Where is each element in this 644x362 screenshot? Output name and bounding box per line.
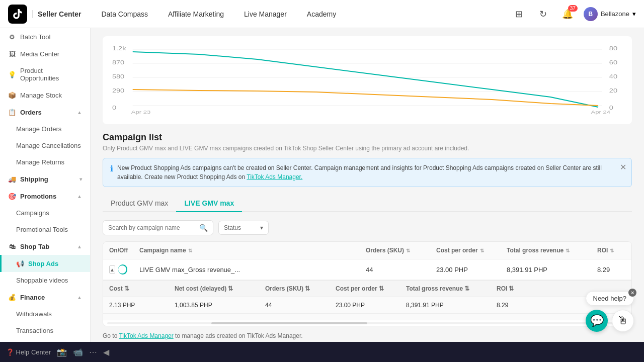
- nav-academy[interactable]: Academy: [303, 8, 340, 20]
- info-banner: ℹ New Product Shopping Ads campaigns can…: [103, 158, 632, 187]
- promotions-chevron-icon: ▲: [77, 194, 82, 199]
- nav-live-manager[interactable]: Live Manager: [240, 8, 291, 20]
- toggle-on[interactable]: [118, 264, 127, 275]
- tabs: Product GMV max LIVE GMV max: [103, 195, 632, 212]
- nav-affiliate-marketing[interactable]: Affiliate Marketing: [164, 8, 228, 20]
- finance-icon: 💰: [8, 293, 16, 301]
- sidebar-item-shop-ads[interactable]: 📢 Shop Ads: [0, 255, 90, 272]
- sidebar-item-promotional-tools[interactable]: Promotional Tools: [0, 221, 90, 238]
- orders-sort-icon: ⇅: [406, 248, 410, 253]
- nav-data-compass[interactable]: Data Compass: [97, 8, 152, 20]
- video-icon[interactable]: 📹: [73, 347, 83, 357]
- tiktok-ads-manager-link-banner[interactable]: TikTok Ads Manager.: [247, 173, 302, 180]
- sidebar-item-withdrawals[interactable]: Withdrawals: [0, 306, 90, 322]
- scroll-thumb[interactable]: [211, 322, 367, 324]
- campaign-list-section: Campaign list Only Product GMV max and L…: [103, 132, 632, 339]
- svg-text:870: 870: [112, 60, 124, 65]
- username: Bellazone: [601, 10, 629, 18]
- sub-th-total-gross-revenue[interactable]: Total gross revenue ⇅: [400, 281, 491, 297]
- need-help-close-icon[interactable]: ✕: [628, 289, 636, 297]
- tab-live-gmv-max[interactable]: LIVE GMV max: [176, 195, 242, 212]
- sidebar-item-shipping[interactable]: 🚚 Shipping ▾: [0, 170, 90, 188]
- sidebar-item-shoppable-videos[interactable]: Shoppable videos: [0, 272, 90, 289]
- filters-row: 🔍 Status ▾: [103, 220, 632, 235]
- help-center-btn[interactable]: ❓ Help Center: [6, 348, 51, 356]
- table-header: On/Off Campaign name ⇅ Orders (SKU) ⇅ Co…: [103, 242, 631, 259]
- sub-th-roi[interactable]: ROI ⇅: [491, 281, 531, 297]
- logo-area: Seller Center: [8, 5, 81, 24]
- sidebar-item-shop-tab[interactable]: 🛍 Shop Tab ▲: [0, 238, 90, 255]
- sub-td-orders-sku: 44: [259, 297, 330, 313]
- sub-cost-per-order-sort-icon: ⇅: [379, 285, 384, 292]
- orders-icon: 📋: [8, 108, 16, 116]
- sub-net-cost-sort-icon: ⇅: [228, 285, 233, 292]
- th-on-off: On/Off: [103, 242, 133, 259]
- sidebar-item-manage-cancellations[interactable]: Manage Cancellations: [0, 137, 90, 154]
- td-orders-sku: 44: [360, 261, 430, 279]
- th-campaign-name[interactable]: Campaign name ⇅: [133, 242, 360, 259]
- gross-revenue-sort-icon: ⇅: [566, 248, 570, 253]
- tiktok-logo: [8, 5, 27, 24]
- info-banner-close-icon[interactable]: ✕: [620, 162, 626, 172]
- sub-cost-sort-icon: ⇅: [124, 285, 129, 292]
- table-row: ▲ LIVE GMV max_Gross revenue_... 44 23.0…: [103, 259, 631, 280]
- th-roi[interactable]: ROI ⇅: [591, 242, 631, 259]
- refresh-icon-btn[interactable]: ↻: [535, 6, 551, 22]
- sidebar-item-orders[interactable]: 📋 Orders ▲: [0, 104, 90, 121]
- cost-per-order-sort-icon: ⇅: [480, 248, 484, 253]
- sub-td-cost: 2.13 PHP: [103, 297, 169, 313]
- tiktok-ads-manager-footer-link[interactable]: TikTok Ads Manager: [119, 332, 173, 339]
- th-cost-per-order[interactable]: Cost per order ⇅: [430, 242, 501, 259]
- seller-center-label: Seller Center: [32, 10, 81, 18]
- shop-tab-icon: 🛍: [8, 242, 16, 250]
- campaign-table: On/Off Campaign name ⇅ Orders (SKU) ⇅ Co…: [103, 241, 632, 326]
- back-icon[interactable]: ◀: [103, 347, 109, 357]
- chat-button[interactable]: 💬: [586, 310, 608, 332]
- td-cost-per-order: 23.00 PHP: [430, 261, 501, 279]
- sub-roi-sort-icon: ⇅: [509, 285, 514, 292]
- sub-th-cost-per-order[interactable]: Cost per order ⇅: [330, 281, 400, 297]
- svg-text:Apr 23: Apr 23: [131, 110, 151, 115]
- screenshot-icon[interactable]: 📸: [57, 347, 67, 357]
- sidebar-item-batch-tool[interactable]: ⚙ Batch Tool: [0, 28, 90, 45]
- svg-text:580: 580: [112, 74, 124, 79]
- svg-text:Apr 24: Apr 24: [591, 110, 610, 115]
- sidebar-item-transactions[interactable]: Transactions: [0, 322, 90, 339]
- search-input[interactable]: [108, 224, 196, 231]
- sidebar-item-manage-returns[interactable]: Manage Returns: [0, 154, 90, 170]
- orders-chevron-icon: ▲: [77, 110, 82, 115]
- sidebar-item-product-opportunities[interactable]: 💡 Product Opportunities: [0, 62, 90, 86]
- product-opps-icon: 💡: [8, 70, 16, 78]
- cursor-button[interactable]: 🖱: [612, 310, 634, 332]
- th-total-gross-revenue[interactable]: Total gross revenue ⇅: [501, 242, 591, 259]
- sub-th-net-cost-delayed[interactable]: Net cost (delayed) ⇅: [169, 281, 259, 297]
- sidebar-item-finance[interactable]: 💰 Finance ▲: [0, 289, 90, 306]
- search-box[interactable]: 🔍: [103, 220, 213, 235]
- expand-btn[interactable]: ▲: [109, 265, 115, 274]
- th-orders-sku[interactable]: Orders (SKU) ⇅: [360, 242, 430, 259]
- sidebar-item-manage-orders[interactable]: Manage Orders: [0, 121, 90, 137]
- tab-product-gmv-max[interactable]: Product GMV max: [103, 195, 176, 212]
- sidebar-item-promotions[interactable]: 🎯 Promotions ▲: [0, 188, 90, 205]
- more-icon[interactable]: ⋯: [89, 347, 97, 357]
- sidebar-item-invoice-center[interactable]: Invoice Center: [0, 339, 90, 342]
- sub-th-cost[interactable]: Cost ⇅: [103, 281, 169, 297]
- horizontal-scrollbar[interactable]: [103, 320, 631, 326]
- section-subtitle: Only Product GMV max and LIVE GMV max ca…: [103, 145, 632, 152]
- section-title: Campaign list: [103, 132, 632, 143]
- svg-text:40: 40: [609, 74, 617, 79]
- notification-icon-btn[interactable]: 🔔 37: [559, 6, 576, 22]
- user-area[interactable]: B Bellazone ▾: [584, 7, 636, 21]
- app-icon-btn[interactable]: ⊞: [511, 6, 527, 22]
- bottom-bar: ❓ Help Center 📸 📹 ⋯ ◀: [0, 342, 644, 362]
- sidebar-item-media-center[interactable]: 🖼 Media Center: [0, 45, 90, 62]
- campaign-name-sort-icon: ⇅: [188, 248, 192, 253]
- sidebar-item-campaigns[interactable]: Campaigns: [0, 205, 90, 221]
- batch-tool-icon: ⚙: [8, 33, 16, 41]
- sidebar-item-manage-stock[interactable]: 📦 Manage Stock: [0, 86, 90, 104]
- sub-th-orders-sku[interactable]: Orders (SKU) ⇅: [259, 281, 330, 297]
- status-dropdown[interactable]: Status ▾: [218, 221, 269, 235]
- need-help-bubble: Need help? ✕: [586, 291, 634, 306]
- search-icon: 🔍: [199, 224, 208, 232]
- sub-orders-sort-icon: ⇅: [305, 285, 310, 292]
